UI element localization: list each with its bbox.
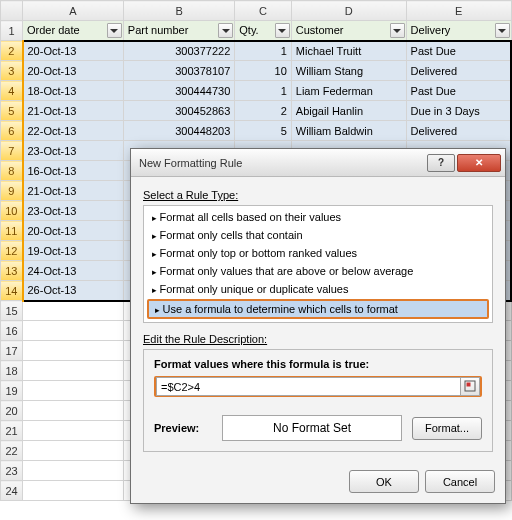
row-header[interactable]: 4 [1, 81, 23, 101]
cell[interactable]: 300377222 [123, 41, 234, 61]
filter-dropdown-icon[interactable] [390, 23, 405, 38]
cell[interactable]: 21-Oct-13 [23, 181, 124, 201]
cell[interactable]: 18-Oct-13 [23, 81, 124, 101]
row-header[interactable]: 1 [1, 21, 23, 41]
cell[interactable]: 10 [235, 61, 292, 81]
row-header[interactable]: 2 [1, 41, 23, 61]
row-header[interactable]: 10 [1, 201, 23, 221]
data-header-C[interactable]: Qty. [235, 21, 292, 41]
filter-dropdown-icon[interactable] [275, 23, 290, 38]
help-button[interactable]: ? [427, 154, 455, 172]
row-header[interactable]: 5 [1, 101, 23, 121]
data-header-E[interactable]: Delivery [406, 21, 511, 41]
ok-button[interactable]: OK [349, 470, 419, 493]
row-header[interactable]: 12 [1, 241, 23, 261]
cell[interactable]: Liam Federman [291, 81, 406, 101]
cell[interactable]: Past Due [406, 81, 511, 101]
cell[interactable]: Past Due [406, 41, 511, 61]
data-header-A[interactable]: Order date [23, 21, 124, 41]
filter-dropdown-icon[interactable] [495, 23, 510, 38]
cell[interactable] [23, 481, 124, 501]
row-header[interactable]: 21 [1, 421, 23, 441]
row-header[interactable]: 19 [1, 381, 23, 401]
cell[interactable]: 1 [235, 41, 292, 61]
cell[interactable]: William Baldwin [291, 121, 406, 141]
range-selector-icon [464, 380, 476, 394]
row-header[interactable]: 18 [1, 361, 23, 381]
col-header-B[interactable]: B [123, 1, 234, 21]
cell[interactable]: 5 [235, 121, 292, 141]
col-header-A[interactable]: A [23, 1, 124, 21]
cell[interactable]: 21-Oct-13 [23, 101, 124, 121]
cell[interactable] [23, 461, 124, 481]
cell[interactable]: 16-Oct-13 [23, 161, 124, 181]
cell[interactable]: 300448203 [123, 121, 234, 141]
filter-dropdown-icon[interactable] [107, 23, 122, 38]
row-header[interactable]: 22 [1, 441, 23, 461]
rule-type-item[interactable]: Format only top or bottom ranked values [144, 244, 492, 262]
row-header[interactable]: 20 [1, 401, 23, 421]
cell[interactable]: 24-Oct-13 [23, 261, 124, 281]
cell[interactable] [23, 441, 124, 461]
row-header[interactable]: 17 [1, 341, 23, 361]
cell[interactable]: Delivered [406, 61, 511, 81]
cell[interactable] [23, 341, 124, 361]
cell[interactable] [23, 301, 124, 321]
cell[interactable]: Abigail Hanlin [291, 101, 406, 121]
cell[interactable]: 20-Oct-13 [23, 61, 124, 81]
col-header-E[interactable]: E [406, 1, 511, 21]
format-button[interactable]: Format... [412, 417, 482, 440]
row-header[interactable]: 3 [1, 61, 23, 81]
cell[interactable]: 23-Oct-13 [23, 201, 124, 221]
select-all-corner[interactable] [1, 1, 23, 21]
row-header[interactable]: 14 [1, 281, 23, 301]
cancel-button[interactable]: Cancel [425, 470, 495, 493]
cell[interactable] [23, 401, 124, 421]
col-header-D[interactable]: D [291, 1, 406, 21]
rule-type-item[interactable]: Format all cells based on their values [144, 208, 492, 226]
range-selector-button[interactable] [460, 377, 480, 396]
formula-input[interactable] [156, 377, 460, 396]
rule-type-item[interactable]: Format only values that are above or bel… [144, 262, 492, 280]
cell[interactable]: 23-Oct-13 [23, 141, 124, 161]
dialog-titlebar[interactable]: New Formatting Rule ? ✕ [131, 149, 505, 177]
close-button[interactable]: ✕ [457, 154, 501, 172]
cell[interactable] [23, 421, 124, 441]
cell[interactable]: 26-Oct-13 [23, 281, 124, 301]
row-header[interactable]: 16 [1, 321, 23, 341]
cell[interactable]: 20-Oct-13 [23, 41, 124, 61]
row-header[interactable]: 11 [1, 221, 23, 241]
row-header[interactable]: 8 [1, 161, 23, 181]
cell[interactable]: Delivered [406, 121, 511, 141]
row-header[interactable]: 6 [1, 121, 23, 141]
cell[interactable]: 20-Oct-13 [23, 221, 124, 241]
row-header[interactable]: 13 [1, 261, 23, 281]
cell[interactable]: William Stang [291, 61, 406, 81]
row-header[interactable]: 15 [1, 301, 23, 321]
cell[interactable]: 300444730 [123, 81, 234, 101]
row-header[interactable]: 24 [1, 481, 23, 501]
row-header[interactable]: 9 [1, 181, 23, 201]
cell[interactable]: 22-Oct-13 [23, 121, 124, 141]
cell[interactable]: 2 [235, 101, 292, 121]
table-row: 521-Oct-133004528632Abigail HanlinDue in… [1, 101, 512, 121]
col-header-C[interactable]: C [235, 1, 292, 21]
cell[interactable] [23, 321, 124, 341]
cell[interactable]: 1 [235, 81, 292, 101]
cell[interactable] [23, 381, 124, 401]
cell[interactable]: Due in 3 Days [406, 101, 511, 121]
table-row: 320-Oct-1330037810710William StangDelive… [1, 61, 512, 81]
cell[interactable]: Michael Truitt [291, 41, 406, 61]
cell[interactable]: 300452863 [123, 101, 234, 121]
cell[interactable]: 300378107 [123, 61, 234, 81]
data-header-D[interactable]: Customer [291, 21, 406, 41]
rule-type-item[interactable]: Format only unique or duplicate values [144, 280, 492, 298]
filter-dropdown-icon[interactable] [218, 23, 233, 38]
cell[interactable]: 19-Oct-13 [23, 241, 124, 261]
data-header-B[interactable]: Part number [123, 21, 234, 41]
cell[interactable] [23, 361, 124, 381]
rule-type-item[interactable]: Use a formula to determine which cells t… [147, 299, 489, 319]
row-header[interactable]: 7 [1, 141, 23, 161]
row-header[interactable]: 23 [1, 461, 23, 481]
rule-type-item[interactable]: Format only cells that contain [144, 226, 492, 244]
